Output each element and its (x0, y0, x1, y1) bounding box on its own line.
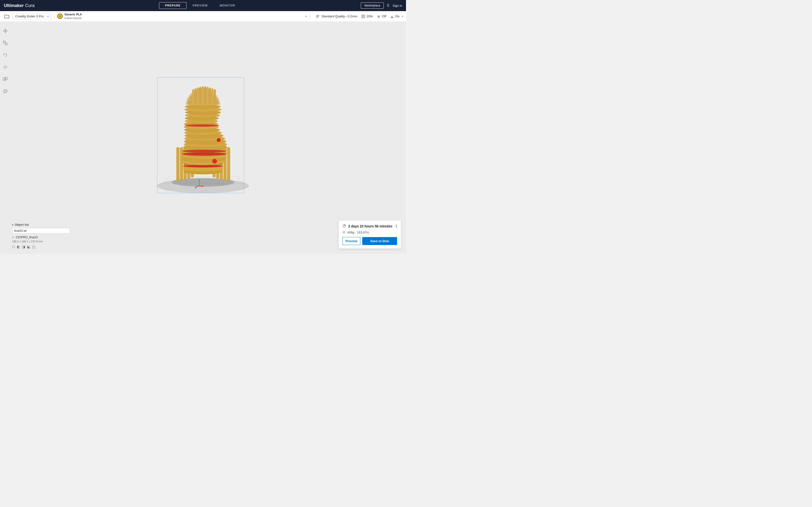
svg-marker-20 (6, 30, 7, 32)
svg-point-3 (318, 15, 319, 16)
object-file-input[interactable] (12, 228, 70, 234)
svg-rect-95 (195, 89, 197, 104)
main-content: ▾ Object list ✏ CE3PRO_final10 186.2 x 1… (0, 22, 406, 253)
rotate-tool-button[interactable] (1, 51, 10, 59)
svg-rect-97 (199, 87, 201, 104)
support-icon (377, 14, 380, 18)
tab-monitor[interactable]: MONITOR (214, 2, 241, 9)
mirror-tool-button[interactable] (1, 63, 10, 71)
viewport[interactable]: ▾ Object list ✏ CE3PRO_final10 186.2 x 1… (0, 22, 406, 253)
svg-marker-24 (3, 54, 5, 55)
adhesion-value: On (395, 14, 400, 18)
print-weight: 489g · 163.87m (347, 231, 369, 234)
time-row: ⏱ 2 days 23 hours 56 minutes ℹ (343, 224, 397, 228)
svg-rect-22 (5, 43, 7, 45)
toolbar-separator-1 (54, 13, 54, 20)
svg-rect-102 (211, 89, 213, 104)
grid-icon[interactable]: ⠿ (387, 3, 390, 8)
svg-rect-96 (197, 88, 199, 104)
print-info-panel: ⏱ 2 days 23 hours 56 minutes ℹ ⊙ 489g · … (338, 220, 401, 249)
svg-rect-100 (207, 87, 209, 104)
coordinate-axes (195, 179, 204, 189)
object-list-panel: ▾ Object list ✏ CE3PRO_final10 186.2 x 1… (12, 223, 70, 249)
support-value: Off (382, 14, 386, 18)
obj-action-support-icon[interactable]: ◧ (17, 245, 20, 249)
printer-select[interactable]: Creality Ender-3 Pro ▾ (12, 13, 51, 19)
svg-marker-26 (3, 66, 5, 68)
signin-button[interactable]: Sign in (393, 4, 402, 7)
svg-marker-27 (6, 66, 7, 68)
left-tool-panel (0, 22, 11, 101)
svg-line-23 (3, 41, 5, 43)
info-icon[interactable]: ℹ (396, 224, 397, 228)
obj-action-meta-icon[interactable]: ◫ (32, 245, 35, 249)
svg-rect-94 (192, 89, 194, 104)
quality-label: Standard Quality - 0.2mm (321, 14, 357, 18)
group-tool-button[interactable] (1, 75, 10, 83)
header-right: Marketplace ⠿ Sign in (361, 2, 402, 9)
edit-icon[interactable]: ✏ (12, 236, 14, 239)
obj-action-slice-icon[interactable]: ⬕ (27, 245, 30, 249)
svg-point-104 (217, 138, 221, 142)
svg-rect-46 (176, 147, 179, 181)
action-buttons: Preview Save to Disk (343, 237, 397, 245)
material-select[interactable]: 1 Generic PLA 0.4mm Nozzle ▾ (57, 13, 307, 20)
svg-rect-103 (214, 89, 216, 104)
svg-marker-107 (199, 179, 200, 181)
svg-marker-17 (5, 29, 6, 30)
logo-ultimaker: Ultimaker (4, 3, 24, 8)
svg-point-70 (182, 152, 226, 156)
support-section[interactable]: Off (375, 14, 386, 18)
build-plate-wrapper (150, 77, 256, 203)
toolbar-chevron-icon[interactable]: ▾ (402, 15, 403, 18)
print-time: 2 days 23 hours 56 minutes (348, 224, 393, 228)
nav-tabs: PREPARE PREVIEW MONITOR (39, 2, 361, 9)
app-logo: Ultimaker Cura (4, 3, 35, 8)
move-tool-button[interactable] (1, 26, 10, 35)
object-dimensions: 186.2 x 186.1 x 237.8 mm (12, 240, 70, 243)
svg-rect-101 (209, 88, 211, 104)
object-name-row: ✏ CE3PRO_final10 (12, 236, 70, 239)
svg-rect-98 (202, 87, 204, 104)
adhesion-section[interactable]: On ▾ (388, 14, 403, 18)
svg-marker-109 (202, 185, 204, 187)
material-name: Generic PLA (64, 13, 82, 17)
clock-icon: ⏱ (343, 224, 346, 228)
obj-action-settings-icon[interactable]: ◨ (22, 245, 25, 249)
obj-action-cube-icon[interactable]: ⬡ (12, 245, 15, 249)
object-name: CE3PRO_final10 (16, 236, 38, 239)
svg-rect-4 (362, 15, 365, 18)
time-left: ⏱ 2 days 23 hours 56 minutes (343, 224, 393, 228)
material-chevron-icon: ▾ (305, 15, 307, 18)
svg-rect-55 (227, 147, 230, 181)
preview-button[interactable]: Preview (343, 237, 360, 245)
object-list-header: ▾ Object list (12, 223, 70, 226)
3d-model (155, 80, 251, 193)
object-list-chevron-icon[interactable]: ▾ (12, 224, 13, 226)
svg-rect-10 (378, 15, 378, 17)
quality-section[interactable]: Standard Quality - 0.2mm (313, 14, 357, 18)
infill-icon (361, 14, 365, 18)
svg-point-105 (212, 159, 217, 164)
material-info: Generic PLA 0.4mm Nozzle (64, 13, 82, 20)
marketplace-button[interactable]: Marketplace (361, 2, 384, 9)
tab-preview[interactable]: PREVIEW (187, 2, 214, 9)
save-to-disk-button[interactable]: Save to Disk (362, 237, 397, 245)
scale-tool-button[interactable] (1, 39, 10, 47)
scene-container (0, 22, 406, 253)
support-tool-button[interactable] (1, 87, 10, 96)
infill-section[interactable]: 20% (359, 14, 373, 18)
printer-name: Creality Ender-3 Pro (15, 14, 44, 18)
object-actions: ⬡ ◧ ◨ ⬕ ◫ (12, 245, 70, 249)
printer-chevron-icon: ▾ (47, 15, 49, 18)
svg-rect-9 (377, 17, 380, 17)
infill-value: 20% (367, 14, 373, 18)
tab-prepare[interactable]: PREPARE (159, 2, 187, 9)
toolbar: Creality Ender-3 Pro ▾ 1 Generic PLA 0.4… (0, 11, 406, 22)
material-badge: 1 (57, 13, 63, 19)
open-folder-button[interactable] (3, 12, 11, 20)
svg-point-71 (182, 150, 226, 153)
quality-icon (316, 14, 319, 18)
logo-cura: Cura (25, 3, 35, 8)
svg-line-31 (4, 90, 7, 93)
